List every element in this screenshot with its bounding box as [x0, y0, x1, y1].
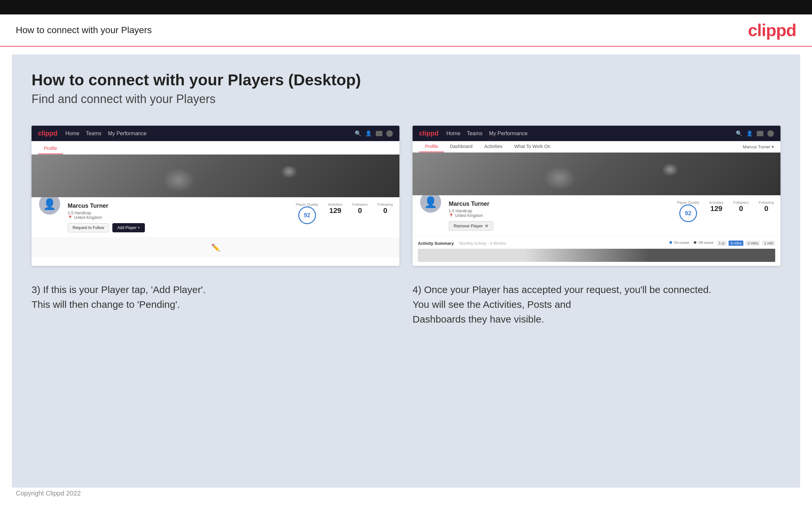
oncourse-dot: [669, 241, 672, 244]
description-panel-1: 3) If this is your Player tap, 'Add Play…: [32, 282, 399, 327]
tab-dashboard-2[interactable]: Dashboard: [444, 141, 478, 152]
profile-info-2: Marcus Turner 1-5 Handicap 📍 United King…: [449, 201, 670, 231]
descriptions-row: 3) If this is your Player tap, 'Add Play…: [32, 282, 780, 327]
activity-subtitle: Monthly Activity - 6 Months: [459, 241, 506, 246]
avatar-icon-person-2: 👤: [424, 196, 437, 208]
followers-value-1: 0: [358, 207, 362, 215]
mock-logo-2: clippd: [419, 130, 439, 137]
following-label-1: Following: [378, 203, 393, 207]
filter-3mths[interactable]: 3 mths: [745, 240, 760, 246]
filter-1mth[interactable]: 1 mth: [762, 240, 775, 246]
quality-value-1: 92: [304, 212, 310, 219]
search-icon-1[interactable]: 🔍: [355, 130, 361, 136]
followers-stat-1: Followers 0: [352, 203, 367, 215]
remove-player-button[interactable]: Remove Player ✕: [449, 221, 493, 231]
mock-profile-1: 👤 Marcus Turner 1-5 Handicap 📍 United Ki…: [32, 197, 399, 238]
header: How to connect with your Players clippd: [0, 14, 812, 47]
add-player-button[interactable]: Add Player +: [112, 223, 145, 232]
offcourse-dot: [694, 241, 696, 244]
profile-info-1: Marcus Turner 1-5 Handicap 📍 United King…: [68, 203, 289, 232]
tab-profile-1[interactable]: Profile: [38, 143, 63, 154]
screenshot-panel-1: clippd Home Teams My Performance 🔍 👤 Pro…: [32, 126, 399, 266]
mock-hero-1: [32, 155, 399, 197]
mock-tabs-2: Profile Dashboard Activities What To Wor…: [419, 141, 556, 152]
activities-label-2: Activities: [709, 201, 723, 205]
desc-line1-1: 3) If this is your Player tap, 'Add Play…: [32, 284, 206, 295]
tab-activities-2[interactable]: Activities: [478, 141, 508, 152]
search-icon-2[interactable]: 🔍: [736, 130, 742, 136]
mock-nav-teams-2[interactable]: Teams: [467, 130, 483, 136]
desc-line3-2: Dashboards they have visible.: [413, 314, 544, 325]
tab-profile-2[interactable]: Profile: [419, 141, 444, 152]
mock-nav-1: clippd Home Teams My Performance 🔍 👤: [32, 126, 399, 141]
mock-nav-performance-1[interactable]: My Performance: [108, 130, 147, 136]
mock-hero-2: [413, 153, 780, 195]
activities-value-2: 129: [710, 205, 722, 213]
mock-tabs-row-2: Profile Dashboard Activities What To Wor…: [413, 141, 780, 153]
legend-oncourse: On course: [669, 241, 689, 244]
mock-hero-overlay-1: [32, 155, 399, 197]
request-follow-button[interactable]: Request to Follow: [68, 223, 109, 232]
description-text-1: 3) If this is your Player tap, 'Add Play…: [32, 282, 399, 312]
location-icon-2: 📍: [449, 213, 454, 218]
activities-stat-2: Activities 129: [709, 201, 723, 213]
main-content: How to connect with your Players (Deskto…: [12, 54, 800, 488]
mock-logo-1: clippd: [38, 130, 57, 137]
chart-legend: On course Off course: [669, 241, 713, 244]
filter-6mths[interactable]: 6 mths: [728, 240, 743, 246]
filter-1yr[interactable]: 1 yr: [717, 240, 726, 246]
following-value-2: 0: [764, 205, 768, 213]
followers-label-2: Followers: [733, 201, 749, 205]
user-icon-1[interactable]: 👤: [365, 130, 372, 136]
mock-nav-right-1: 🔍 👤: [355, 130, 393, 137]
quality-circle-1: 92: [298, 207, 316, 224]
mock-tabs-1: Profile: [32, 141, 399, 155]
stats-2: Player Quality 92 Activities 129 Followe…: [677, 201, 774, 222]
description-text-2: 4) Once your Player has accepted your re…: [413, 282, 780, 327]
edit-icon-1[interactable]: ✏️: [211, 243, 220, 252]
player-name-1: Marcus Turner: [68, 203, 289, 209]
profile-buttons-1: Request to Follow Add Player +: [68, 223, 289, 232]
activity-summary: Activity Summary Monthly Activity - 6 Mo…: [413, 236, 780, 266]
activity-right: On course Off course 1 yr 6 mths 3 mths: [669, 240, 775, 246]
avatar-icon-person-1: 👤: [43, 198, 56, 210]
page-subheading: Find and connect with your Players: [32, 92, 780, 106]
logo: clippd: [748, 20, 796, 40]
player-name-2: Marcus Turner: [449, 201, 670, 208]
top-bar: [0, 0, 812, 14]
screenshots-row: clippd Home Teams My Performance 🔍 👤 Pro…: [32, 126, 780, 266]
mock-nav-performance-2[interactable]: My Performance: [489, 130, 527, 136]
following-stat-2: Following 0: [759, 201, 774, 213]
screenshot-panel-2: clippd Home Teams My Performance 🔍 👤 Pro…: [413, 126, 780, 266]
following-label-2: Following: [759, 201, 774, 205]
mock-nav-home-1[interactable]: Home: [65, 130, 80, 136]
handicap-1: 1-5 Handicap: [68, 211, 289, 215]
mock-nav-home-2[interactable]: Home: [446, 130, 461, 136]
location-icon-1: 📍: [68, 215, 72, 220]
mock-nav-2: clippd Home Teams My Performance 🔍 👤: [413, 126, 780, 141]
activity-header: Activity Summary Monthly Activity - 6 Mo…: [418, 240, 775, 246]
user-icon-2[interactable]: 👤: [746, 130, 753, 136]
activities-value-1: 129: [329, 207, 341, 215]
mock-nav-teams-1[interactable]: Teams: [86, 130, 101, 136]
settings-icon-1[interactable]: [376, 131, 383, 136]
user-dropdown[interactable]: Marcus Turner ▾: [743, 142, 774, 152]
quality-label-2: Player Quality: [677, 201, 699, 205]
activities-stat-1: Activities 129: [328, 203, 342, 215]
avatar-icon-2[interactable]: [767, 130, 774, 137]
avatar-icon-1[interactable]: [386, 130, 393, 137]
followers-value-2: 0: [739, 205, 743, 213]
stats-1: Player Quality 92 Activities 129 Followe…: [296, 203, 393, 224]
desc-line1-2: 4) Once your Player has accepted your re…: [413, 284, 711, 295]
followers-label-1: Followers: [352, 203, 367, 207]
handicap-2: 1-5 Handicap: [449, 209, 670, 213]
following-value-1: 0: [383, 207, 387, 215]
quality-value-2: 92: [685, 210, 692, 217]
activities-label-1: Activities: [328, 203, 342, 207]
settings-icon-2[interactable]: [757, 131, 763, 136]
location-2: 📍 United Kingdom: [449, 213, 670, 218]
quality-label-1: Player Quality: [296, 203, 318, 207]
chart-placeholder: [418, 249, 775, 262]
mock-hero-overlay-2: [413, 153, 780, 195]
tab-whattoworkon-2[interactable]: What To Work On: [508, 141, 556, 152]
